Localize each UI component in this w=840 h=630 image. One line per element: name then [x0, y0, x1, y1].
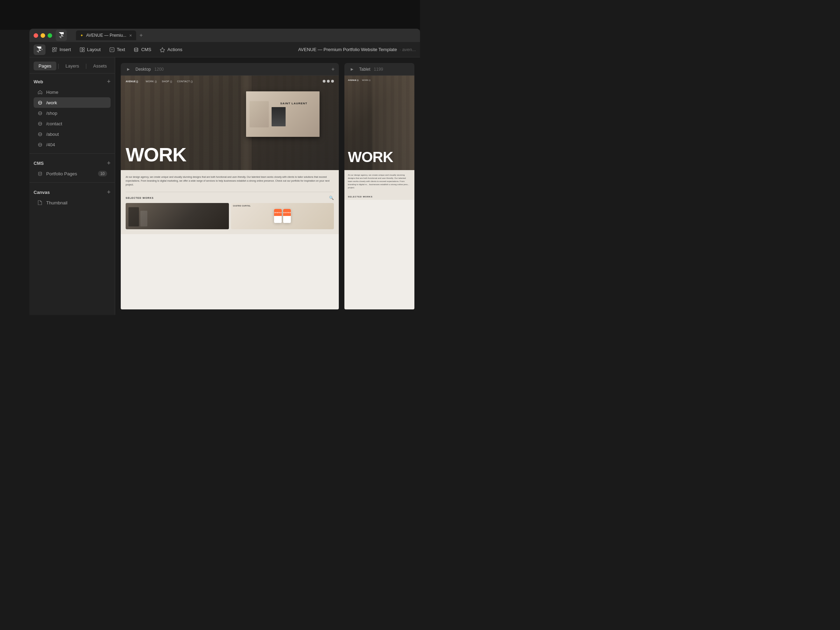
tablet-preview-header: ▶ Tablet 1199 — [344, 63, 414, 76]
cms-add-button[interactable]: + — [107, 160, 111, 166]
site-nav-contact[interactable]: CONTACT () — [177, 80, 193, 83]
hero-title: WORK — [126, 145, 186, 164]
tablet-label: Tablet — [359, 67, 370, 72]
desktop-width: 1200 — [154, 67, 164, 72]
framer-logo-button[interactable]: ▾ — [33, 44, 46, 55]
main-layout: Pages | Layers | Assets Web + — [29, 57, 420, 315]
layout-label: Layout — [87, 47, 101, 52]
nav-item-contact[interactable]: /contact — [33, 118, 111, 129]
globe-icon-contact — [37, 121, 43, 126]
insert-label: Insert — [60, 47, 71, 52]
svg-rect-7 — [83, 50, 84, 52]
nav-item-work[interactable]: /work — [33, 97, 111, 108]
sidebar-divider-2 — [29, 182, 115, 183]
new-tab-button[interactable]: + — [136, 30, 146, 40]
tab-pages[interactable]: Pages — [33, 62, 56, 70]
work-card-2[interactable]: CASTRO CAPITAL PORTAFOLIO — [231, 203, 334, 229]
svg-marker-11 — [160, 47, 165, 52]
tablet-works-header: SELECTED WORKS — [344, 193, 414, 200]
insert-button[interactable]: Insert — [48, 44, 74, 55]
desktop-add-button[interactable]: + — [332, 66, 335, 73]
svg-rect-6 — [83, 47, 84, 49]
works-header: SELECTED WORKS 🔍 — [126, 192, 334, 203]
project-title: AVENUE — Premium Portfolio Website Templ… — [298, 47, 416, 52]
works-section: SELECTED WORKS 🔍 — [121, 192, 339, 234]
portfolio-pages-label: Portfolio Pages — [46, 171, 77, 177]
content-area: ▶ Desktop 1200 + — [115, 57, 420, 315]
cms-label: CMS — [141, 47, 151, 52]
globe-icon-404 — [37, 142, 43, 147]
tab-assets[interactable]: Assets — [88, 62, 112, 70]
canvas-add-button[interactable]: + — [107, 189, 111, 195]
nav-item-shop[interactable]: /shop — [33, 108, 111, 118]
billboard: SAINT LAURENT — [246, 92, 319, 137]
nav-item-home[interactable]: Home — [33, 87, 111, 97]
nav-icon-dot-2 — [327, 80, 330, 83]
web-section: Web + Home — [29, 74, 115, 152]
actions-button[interactable]: Actions — [156, 44, 186, 55]
framer-icon-tab[interactable] — [56, 30, 67, 41]
tablet-preview: AVENUE () WORK () WORK At our design age… — [344, 76, 414, 309]
thumbnail-item[interactable]: Thumbnail — [33, 197, 111, 208]
nav-label-about: /about — [46, 132, 59, 137]
web-section-title: Web — [33, 79, 43, 84]
title-bar: ✦ AVENUE — Premiu... ✕ + — [29, 29, 420, 42]
cms-section: CMS + Portfolio Pages 10 — [29, 155, 115, 181]
sidebar-tabs: Pages | Layers | Assets — [29, 57, 115, 74]
active-tab[interactable]: ✦ AVENUE — Premiu... ✕ — [76, 30, 136, 40]
tablet-nav-work[interactable]: WORK () — [362, 79, 370, 81]
svg-point-27 — [38, 172, 42, 173]
tab-bar: ✦ AVENUE — Premiu... ✕ + — [76, 29, 146, 42]
svg-point-10 — [134, 47, 138, 49]
nav-icon-dot-3 — [331, 80, 334, 83]
nav-item-about[interactable]: /about — [33, 129, 111, 139]
file-icon — [37, 200, 43, 205]
nav-label-work: /work — [46, 100, 57, 105]
close-button[interactable] — [33, 33, 38, 38]
canvas-section: Canvas + Thumbnail — [29, 184, 115, 210]
site-nav-logo: AVENUE () — [126, 80, 138, 83]
phone-mock-2: NOSOTROS — [283, 209, 291, 223]
cms-section-title: CMS — [33, 161, 44, 166]
tab-layers[interactable]: Layers — [60, 62, 84, 70]
maximize-button[interactable] — [47, 33, 52, 38]
desktop-preview-panel: ▶ Desktop 1200 + — [121, 63, 339, 309]
works-grid: CASTRO CAPITAL PORTAFOLIO — [126, 203, 334, 229]
traffic-lights — [33, 33, 52, 38]
canvas-section-header: Canvas + — [33, 189, 111, 195]
tablet-width: 1199 — [374, 67, 383, 72]
card-2-label: CASTRO CAPITAL — [233, 205, 251, 207]
sidebar-divider-1 — [29, 153, 115, 154]
site-nav-shop[interactable]: SHOP () — [162, 80, 172, 83]
globe-icon-about — [37, 131, 43, 137]
nav-item-404[interactable]: /404 — [33, 139, 111, 150]
website-preview: AVENUE () WORK () SHOP () CONTACT () — [121, 76, 339, 309]
svg-rect-5 — [80, 47, 82, 52]
tablet-canvas[interactable]: AVENUE () WORK () WORK At our design age… — [344, 76, 414, 309]
text-button[interactable]: T Text — [106, 44, 129, 55]
desktop-label: Desktop — [136, 67, 151, 72]
layout-button[interactable]: Layout — [76, 44, 104, 55]
site-nav: AVENUE () WORK () SHOP () CONTACT () — [121, 76, 339, 87]
tab-close-button[interactable]: ✕ — [129, 33, 132, 38]
tablet-works-title: SELECTED WORKS — [348, 196, 373, 198]
tablet-play-button[interactable]: ▶ — [349, 66, 355, 73]
text-icon: T — [109, 47, 115, 52]
nav-label-contact: /contact — [46, 121, 62, 126]
minimize-button[interactable] — [41, 33, 45, 38]
site-nav-work[interactable]: WORK () — [145, 80, 157, 83]
nav-icon-dot-1 — [323, 80, 325, 83]
works-search-icon[interactable]: 🔍 — [329, 196, 334, 200]
site-nav-icons — [323, 80, 334, 83]
sidebar: Pages | Layers | Assets Web + — [29, 57, 115, 315]
svg-text:T: T — [111, 49, 113, 51]
nav-label-shop: /shop — [46, 111, 57, 116]
desktop-canvas[interactable]: AVENUE () WORK () SHOP () CONTACT () — [121, 76, 339, 309]
work-card-1[interactable] — [126, 203, 229, 229]
tablet-body-text: At our design agency, we create unique a… — [348, 174, 411, 189]
cms-button[interactable]: CMS — [130, 44, 155, 55]
body-text: At our design agency, we create unique a… — [126, 175, 334, 187]
web-add-button[interactable]: + — [107, 78, 111, 85]
portfolio-pages-item[interactable]: Portfolio Pages 10 — [33, 168, 111, 179]
desktop-play-button[interactable]: ▶ — [125, 66, 132, 73]
